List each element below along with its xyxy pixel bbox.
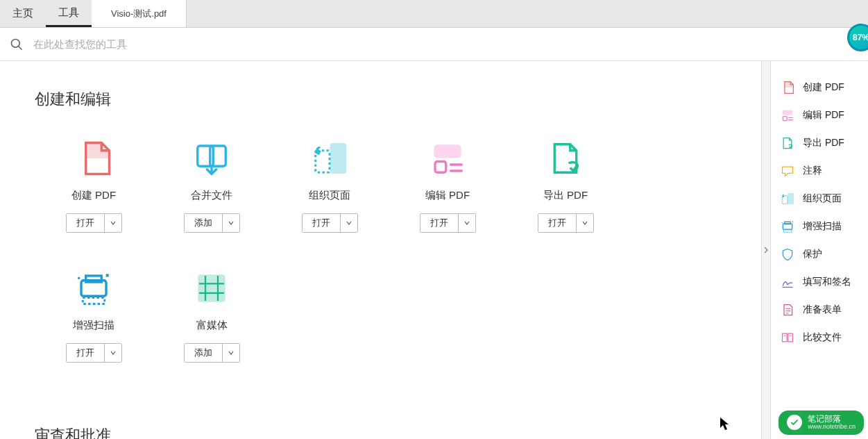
combine-icon: [153, 138, 271, 179]
export-pdf-icon: [507, 138, 624, 179]
sidebar-item-prepare-form[interactable]: 准备表单: [771, 296, 868, 324]
tool-open-button[interactable]: 打开: [420, 214, 458, 232]
enhance-scan-icon: [35, 267, 153, 309]
sidebar-item-compare[interactable]: 比较文件: [771, 324, 868, 351]
watermark[interactable]: 笔记部落 www.notetribe.cn: [778, 411, 864, 435]
sidebar-item-protect[interactable]: 保护: [771, 240, 868, 268]
sidebar-item-export-pdf[interactable]: 导出 PDF: [771, 129, 868, 157]
tools-grid: 创建 PDF 打开 合并文件 添加 组织页面 打开: [35, 138, 726, 397]
sidebar-collapse-handle[interactable]: [761, 61, 771, 439]
tool-label: 创建 PDF: [35, 189, 153, 202]
sidebar-item-label: 保护: [803, 248, 822, 260]
tool-card-create-pdf[interactable]: 创建 PDF 打开: [35, 138, 153, 233]
sidebar-item-label: 填写和签名: [803, 276, 851, 288]
organize-icon: [271, 138, 389, 179]
search-bar: [0, 28, 868, 61]
main-content: 创建和编辑 创建 PDF 打开 合并文件 添加 组织页面 打开: [0, 61, 761, 439]
tool-dropdown-button[interactable]: [340, 214, 357, 232]
sidebar-item-label: 准备表单: [803, 304, 842, 316]
tool-label: 导出 PDF: [507, 189, 624, 202]
chevron-down-icon: [228, 350, 234, 356]
create-pdf-icon: [35, 138, 153, 179]
sidebar-item-organize[interactable]: 组织页面: [771, 185, 868, 213]
tool-card-edit-pdf[interactable]: 编辑 PDF 打开: [389, 138, 507, 233]
chevron-down-icon: [110, 220, 116, 226]
sidebar-item-fill-sign[interactable]: 填写和签名: [771, 268, 868, 296]
tool-label: 增强扫描: [35, 319, 153, 332]
sidebar-item-label: 创建 PDF: [803, 81, 844, 94]
cursor-icon: [720, 417, 729, 431]
tool-dropdown-button[interactable]: [104, 344, 121, 362]
tab-home[interactable]: 主页: [0, 0, 46, 27]
chevron-down-icon: [110, 350, 116, 356]
sidebar-item-label: 编辑 PDF: [803, 109, 844, 122]
compare-icon: [781, 331, 794, 345]
tab-bar: 主页 工具 Visio-测试.pdf: [0, 0, 868, 28]
chevron-right-icon: [764, 247, 768, 254]
svg-point-0: [12, 39, 20, 47]
edit-pdf-icon: [781, 108, 794, 122]
tool-add-button[interactable]: 添加: [185, 214, 222, 232]
tool-open-button[interactable]: 打开: [67, 214, 104, 232]
tab-document[interactable]: Visio-测试.pdf: [92, 0, 187, 27]
sidebar-item-create-pdf[interactable]: 创建 PDF: [771, 74, 868, 101]
rich-media-icon: [153, 267, 271, 309]
sidebar-item-label: 导出 PDF: [803, 137, 844, 149]
tool-open-button[interactable]: 打开: [303, 214, 340, 232]
tool-label: 富媒体: [153, 319, 271, 332]
search-input[interactable]: [33, 38, 858, 50]
watermark-icon: [787, 415, 802, 430]
create-pdf-icon: [781, 81, 794, 94]
watermark-url: www.notetribe.cn: [808, 424, 856, 431]
edit-pdf-icon: [389, 138, 507, 179]
tool-card-combine[interactable]: 合并文件 添加: [153, 138, 271, 233]
right-sidebar: 创建 PDF 编辑 PDF 导出 PDF 注释 组织页面 增强扫描 保护 填写和…: [771, 61, 868, 439]
tool-card-export-pdf[interactable]: 导出 PDF 打开: [507, 138, 624, 233]
sidebar-item-label: 注释: [803, 165, 822, 177]
search-icon: [10, 38, 24, 51]
chevron-down-icon: [228, 220, 234, 226]
prepare-form-icon: [781, 303, 794, 317]
sidebar-item-label: 增强扫描: [803, 220, 842, 233]
export-pdf-icon: [781, 136, 794, 150]
svg-line-1: [19, 46, 22, 49]
comment-icon: [781, 164, 794, 178]
tool-label: 编辑 PDF: [389, 189, 507, 202]
chevron-down-icon: [464, 220, 470, 226]
protect-icon: [781, 247, 794, 261]
tool-card-rich-media[interactable]: 富媒体 添加: [153, 267, 271, 363]
tool-open-button[interactable]: 打开: [538, 214, 576, 232]
tool-add-button[interactable]: 添加: [185, 344, 222, 362]
tab-tools[interactable]: 工具: [46, 0, 92, 27]
tool-card-organize[interactable]: 组织页面 打开: [271, 138, 389, 233]
section-create-edit: 创建和编辑: [35, 89, 726, 110]
sidebar-item-label: 比较文件: [803, 331, 842, 344]
organize-icon: [781, 192, 794, 206]
tool-dropdown-button[interactable]: [458, 214, 475, 232]
sidebar-item-comment[interactable]: 注释: [771, 157, 868, 185]
tool-open-button[interactable]: 打开: [67, 344, 104, 362]
tool-dropdown-button[interactable]: [104, 214, 121, 232]
tool-label: 组织页面: [271, 189, 389, 202]
chevron-down-icon: [582, 220, 588, 226]
fill-sign-icon: [781, 275, 794, 289]
tool-dropdown-button[interactable]: [222, 344, 239, 362]
sidebar-item-enhance-scan[interactable]: 增强扫描: [771, 213, 868, 240]
enhance-scan-icon: [781, 220, 794, 233]
tool-dropdown-button[interactable]: [222, 214, 239, 232]
tool-card-enhance-scan[interactable]: 增强扫描 打开: [35, 267, 153, 363]
tool-label: 合并文件: [153, 189, 271, 202]
section-review-approve: 审查和批准: [35, 425, 726, 439]
chevron-down-icon: [346, 220, 352, 226]
tool-dropdown-button[interactable]: [576, 214, 593, 232]
sidebar-item-label: 组织页面: [803, 192, 842, 205]
sidebar-item-edit-pdf[interactable]: 编辑 PDF: [771, 101, 868, 129]
